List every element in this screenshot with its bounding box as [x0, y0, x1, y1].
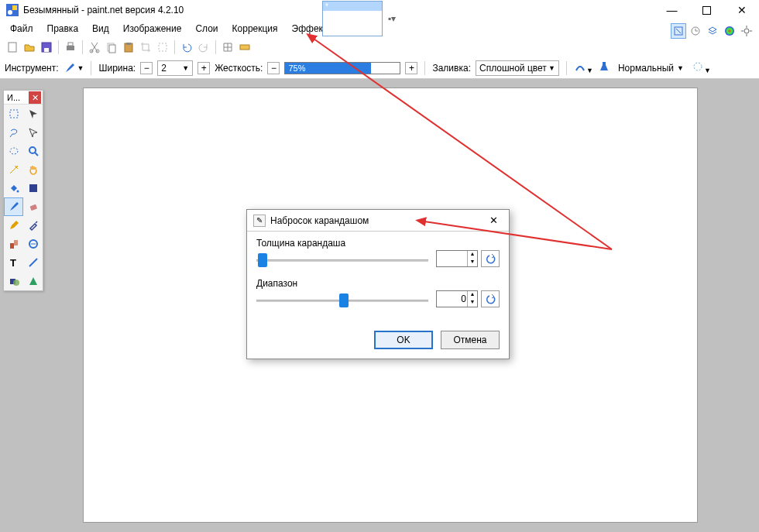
lasso-icon [8, 126, 20, 139]
rect-select-icon [8, 108, 20, 120]
hardness-increase[interactable]: + [405, 62, 417, 74]
tool-shapes[interactable] [4, 272, 23, 290]
tool-clone[interactable] [4, 235, 23, 253]
param2-slider[interactable] [256, 292, 428, 309]
svg-marker-41 [29, 277, 37, 285]
menu-file[interactable]: Файл [3, 21, 40, 36]
image-tab-current[interactable] [322, 1, 383, 36]
history-panel-toggle[interactable] [688, 23, 703, 39]
svg-point-1 [8, 10, 12, 15]
hardness-slider[interactable]: 75% [284, 62, 400, 74]
open-file-icon[interactable] [22, 39, 37, 55]
param2-reset[interactable] [481, 290, 500, 307]
copy-icon[interactable] [104, 39, 119, 55]
tool-shapes2[interactable] [23, 272, 43, 290]
crop-icon[interactable] [138, 39, 153, 55]
colors-panel-toggle[interactable] [722, 23, 737, 39]
tool-pencil[interactable] [4, 216, 23, 235]
brush-icon [64, 62, 76, 74]
tool-gradient[interactable] [23, 179, 43, 197]
param1-slider[interactable] [256, 252, 428, 269]
param1-input[interactable]: ▲▼ [436, 250, 478, 267]
menu-layers[interactable]: Слои [188, 21, 225, 36]
clone-icon [8, 238, 20, 250]
dialog-titlebar[interactable]: ✎ Набросок карандашом ✕ [247, 210, 509, 232]
svg-rect-32 [29, 184, 37, 192]
svg-rect-15 [67, 46, 74, 50]
tool-move-select[interactable] [23, 105, 43, 123]
window-close-button[interactable]: ✕ [724, 0, 759, 20]
print-icon[interactable] [63, 39, 78, 55]
deselect-icon[interactable] [155, 39, 170, 55]
dialog-icon: ✎ [253, 215, 266, 227]
svg-rect-12 [9, 43, 16, 52]
fill-label: Заливка: [432, 63, 471, 74]
tool-ellipse-select[interactable] [4, 142, 23, 160]
grid-icon[interactable] [220, 39, 235, 55]
undo-icon[interactable] [179, 39, 194, 55]
tool-magic-wand[interactable] [4, 160, 23, 179]
menu-correction[interactable]: Коррекция [225, 21, 285, 36]
width-combo[interactable]: 2▼ [157, 60, 193, 76]
tool-brush[interactable] [4, 197, 23, 216]
redo-icon[interactable] [196, 39, 211, 55]
menu-image[interactable]: Изображение [116, 21, 189, 36]
blend-icon[interactable] [598, 60, 610, 75]
new-file-icon[interactable] [5, 39, 20, 55]
tool-eyedropper[interactable] [23, 216, 43, 235]
new-image-button[interactable]: ▪▾ [386, 12, 398, 25]
tool-recolor[interactable] [23, 235, 43, 253]
tool-lasso[interactable] [4, 123, 23, 142]
param2-label: Диапазон [256, 278, 500, 289]
antialias-toggle[interactable]: ▼ [574, 60, 593, 75]
svg-point-28 [29, 147, 36, 153]
dialog-ok-button[interactable]: OK [374, 331, 433, 349]
dialog-cancel-button[interactable]: Отмена [441, 331, 500, 349]
fill-combo[interactable]: Сплошной цвет▼ [476, 60, 559, 76]
save-file-icon[interactable] [39, 39, 54, 55]
eraser-icon [27, 201, 39, 213]
selection-mode[interactable]: ▼ [692, 60, 711, 75]
tool-move-selection[interactable] [23, 123, 43, 142]
width-decrease[interactable]: − [140, 62, 153, 74]
maximize-button[interactable] [689, 0, 724, 20]
app-icon [6, 4, 19, 16]
paste-icon[interactable] [121, 39, 136, 55]
tool-text[interactable]: T [4, 253, 23, 272]
param2-input[interactable]: 0▲▼ [436, 290, 478, 307]
svg-point-18 [96, 50, 99, 53]
settings-button[interactable] [739, 23, 754, 39]
tool-eraser[interactable] [23, 197, 43, 216]
param1-label: Толщина карандаша [256, 238, 500, 249]
svg-point-30 [16, 166, 18, 167]
shapes2-icon [27, 275, 39, 287]
tool-zoom[interactable] [23, 142, 43, 160]
reset-icon [485, 293, 496, 304]
svg-line-29 [35, 153, 38, 156]
svg-rect-34 [10, 243, 14, 249]
width-increase[interactable]: + [197, 62, 210, 74]
layers-panel-toggle[interactable] [705, 23, 720, 39]
cut-icon[interactable] [87, 39, 102, 55]
svg-rect-16 [68, 43, 73, 46]
tool-label: Инструмент: [5, 63, 59, 74]
brush-icon [8, 201, 20, 213]
menu-edit[interactable]: Правка [40, 21, 86, 36]
minimize-button[interactable]: — [654, 0, 689, 20]
svg-text:T: T [10, 257, 16, 269]
tool-line[interactable] [23, 253, 43, 272]
line-icon [27, 256, 39, 269]
dialog-close-button[interactable]: ✕ [484, 213, 503, 228]
pencil-sketch-dialog: ✎ Набросок карандашом ✕ Толщина карандаш… [246, 209, 510, 359]
tools-panel-toggle[interactable] [671, 23, 686, 39]
tools-window-close[interactable]: ✕ [29, 91, 41, 104]
tool-selector[interactable]: ▼ [64, 62, 84, 74]
menu-view[interactable]: Вид [85, 21, 116, 36]
param1-reset[interactable] [481, 250, 500, 267]
tool-pan[interactable] [23, 160, 43, 179]
tool-rect-select[interactable] [4, 105, 23, 123]
ruler-icon[interactable] [237, 39, 252, 55]
hardness-decrease[interactable]: − [267, 62, 280, 74]
tool-fill[interactable] [4, 179, 23, 197]
blend-combo[interactable]: Нормальный▼ [615, 60, 687, 76]
